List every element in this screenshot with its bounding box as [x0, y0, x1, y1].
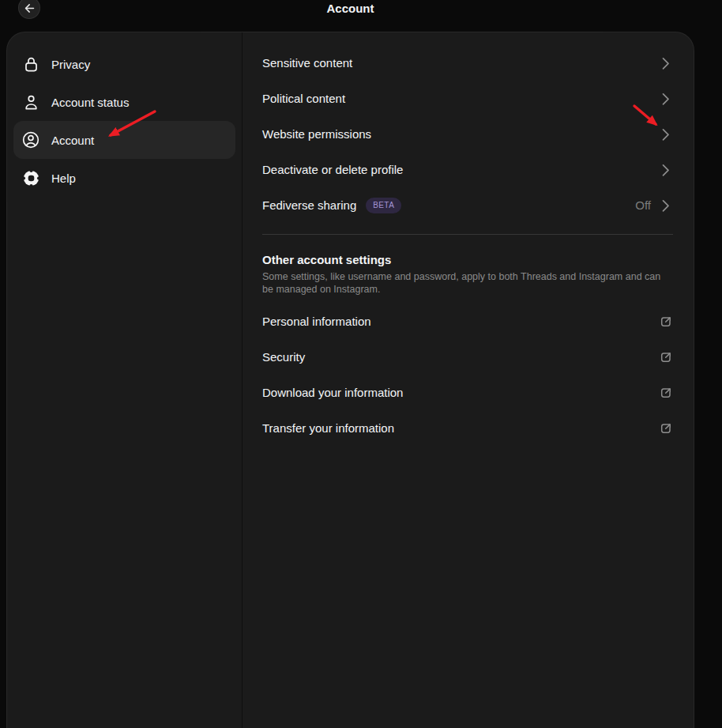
row-label: Sensitive content — [262, 56, 352, 70]
beta-badge: BETA — [366, 198, 401, 213]
page-title: Account — [6, 1, 694, 17]
chevron-right-icon — [657, 55, 673, 71]
sidebar-item-label: Account status — [51, 96, 129, 109]
account-settings-page: { "colors": { "page_bg": "#0a0a0a", "pan… — [0, 0, 722, 728]
row-sensitive-content[interactable]: Sensitive content — [262, 45, 673, 81]
other-account-settings-description: Some settings, like username and passwor… — [262, 270, 667, 296]
sidebar-item-privacy[interactable]: Privacy — [13, 45, 235, 83]
row-label: Deactivate or delete profile — [262, 163, 403, 176]
sidebar-item-account[interactable]: Account — [13, 121, 235, 159]
row-fediverse-sharing[interactable]: Fediverse sharing BETA Off — [262, 187, 673, 223]
external-link-icon — [659, 386, 673, 400]
other-account-settings-heading: Other account settings — [262, 252, 673, 268]
section-divider — [262, 234, 673, 235]
settings-panel: Privacy Account status Account — [6, 32, 694, 728]
row-label: Transfer your information — [262, 421, 394, 435]
row-label: Political content — [262, 92, 345, 105]
row-label: Fediverse sharing — [262, 198, 356, 212]
row-website-permissions[interactable]: Website permissions — [262, 116, 673, 152]
sidebar-item-account-status[interactable]: Account status — [13, 83, 235, 121]
row-label: Download your information — [262, 386, 403, 399]
account-settings-content: Sensitive content Political content Webs… — [243, 32, 694, 728]
sidebar-item-label: Help — [51, 172, 76, 185]
sidebar-item-label: Privacy — [51, 58, 90, 71]
person-circle-icon — [21, 130, 40, 149]
row-personal-information[interactable]: Personal information — [262, 304, 673, 339]
sidebar-item-label: Account — [51, 134, 94, 147]
row-transfer-your-information[interactable]: Transfer your information — [262, 410, 673, 446]
chevron-right-icon — [657, 198, 673, 213]
sidebar: Privacy Account status Account — [7, 32, 243, 728]
person-icon — [21, 92, 40, 111]
external-settings-list: Personal information Security — [262, 304, 673, 446]
lock-icon — [21, 55, 40, 74]
external-link-icon — [659, 421, 673, 436]
row-label: Personal information — [262, 315, 371, 328]
row-download-your-information[interactable]: Download your information — [262, 375, 673, 410]
row-political-content[interactable]: Political content — [262, 81, 673, 116]
fediverse-sharing-value: Off — [635, 198, 651, 212]
row-deactivate-or-delete-profile[interactable]: Deactivate or delete profile — [262, 152, 673, 187]
help-icon — [21, 168, 40, 187]
chevron-right-icon — [657, 91, 673, 107]
external-link-icon — [659, 315, 673, 329]
row-label: Website permissions — [262, 127, 371, 141]
row-label: Security — [262, 350, 305, 364]
chevron-right-icon — [657, 126, 673, 142]
row-security[interactable]: Security — [262, 339, 673, 375]
external-link-icon — [659, 350, 673, 364]
chevron-right-icon — [657, 162, 673, 178]
sidebar-item-help[interactable]: Help — [13, 159, 235, 197]
